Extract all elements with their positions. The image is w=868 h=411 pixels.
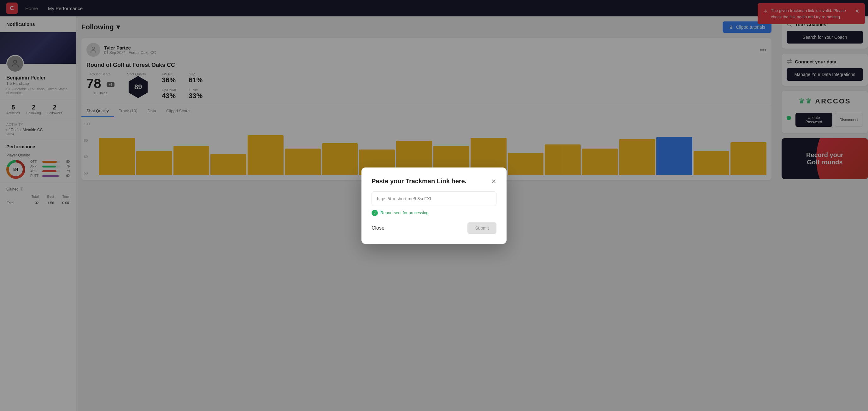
success-check-icon: ✓ <box>372 210 378 216</box>
modal-footer: Close Submit <box>372 222 496 234</box>
trackman-link-input[interactable] <box>372 191 496 206</box>
modal-overlay[interactable]: Paste your Trackman Link here. ✕ ✓ Repor… <box>0 0 868 411</box>
modal-close-button[interactable]: ✕ <box>491 178 496 185</box>
modal-success-message: ✓ Report sent for processing <box>372 210 496 216</box>
modal-header: Paste your Trackman Link here. ✕ <box>372 178 496 185</box>
modal-close-label-button[interactable]: Close <box>372 225 384 231</box>
trackman-modal: Paste your Trackman Link here. ✕ ✓ Repor… <box>362 167 506 244</box>
modal-title: Paste your Trackman Link here. <box>372 178 466 185</box>
modal-submit-button[interactable]: Submit <box>467 222 496 234</box>
